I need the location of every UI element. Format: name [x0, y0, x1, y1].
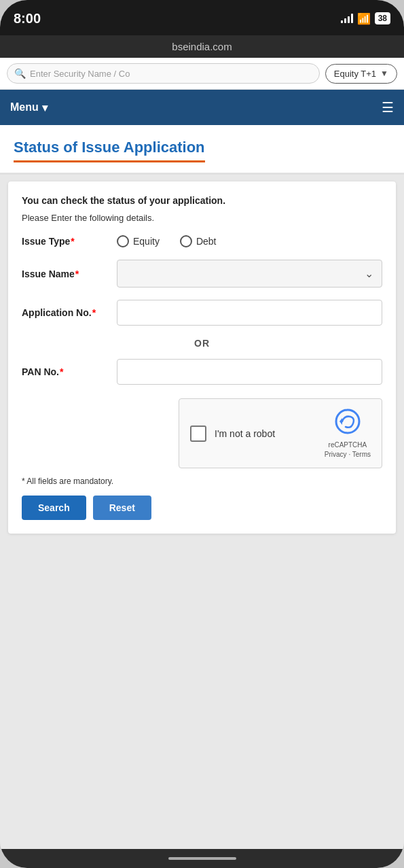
- application-no-label: Application No.*: [22, 307, 110, 318]
- form-card: You can check the status of your applica…: [8, 181, 396, 534]
- mandatory-note: * All fields are mandatory.: [22, 476, 382, 486]
- browser-bar: bseindia.com: [0, 35, 404, 58]
- equity-type-dropdown[interactable]: Equity T+1 ▼: [325, 64, 397, 84]
- recaptcha-brand-text: reCAPTCHA: [329, 440, 367, 449]
- page-title-section: Status of Issue Application: [0, 125, 404, 175]
- recaptcha-logo-icon: [335, 409, 361, 439]
- pan-no-row: PAN No.*: [22, 359, 382, 385]
- equity-radio-label: Equity: [133, 236, 160, 247]
- browser-url: bseindia.com: [172, 41, 232, 52]
- application-no-row: Application No.*: [22, 300, 382, 326]
- signal-icon: [341, 14, 353, 23]
- recaptcha-checkbox[interactable]: [190, 426, 206, 442]
- issue-name-row: Issue Name* ⌄: [22, 260, 382, 288]
- debt-radio-label: Debt: [196, 236, 217, 247]
- recaptcha-container: I'm not a robot reCAPTCHA: [22, 398, 382, 468]
- status-time: 8:00: [14, 11, 41, 27]
- application-no-input[interactable]: [117, 300, 382, 326]
- equity-radio-button[interactable]: [117, 235, 129, 247]
- recaptcha-terms-link[interactable]: Terms: [352, 451, 371, 458]
- equity-radio-option[interactable]: Equity: [117, 235, 160, 247]
- form-buttons: Search Reset: [22, 496, 382, 520]
- recaptcha-separator: ·: [347, 451, 352, 458]
- recaptcha-links: Privacy · Terms: [325, 451, 371, 458]
- security-search-container[interactable]: 🔍 Enter Security Name / Co: [7, 63, 320, 84]
- recaptcha-logo-area: reCAPTCHA Privacy · Terms: [325, 409, 371, 458]
- battery-indicator: 38: [375, 12, 390, 24]
- menu-arrow-icon: ▾: [42, 101, 48, 114]
- chevron-down-icon-2: ⌄: [365, 267, 373, 280]
- form-description: Please Enter the following details.: [22, 213, 382, 223]
- recaptcha-left: I'm not a robot: [190, 426, 275, 442]
- form-description-bold: You can check the status of your applica…: [22, 195, 382, 206]
- debt-radio-button[interactable]: [180, 235, 192, 247]
- required-star-3: *: [92, 307, 96, 318]
- or-divider: OR: [22, 338, 382, 349]
- status-bar: 8:00 📶 38: [0, 0, 404, 35]
- wifi-icon: 📶: [357, 12, 371, 25]
- required-star-2: *: [75, 268, 79, 279]
- recaptcha-label: I'm not a robot: [215, 428, 275, 439]
- issue-type-radio-group: Equity Debt: [117, 235, 382, 247]
- chevron-down-icon: ▼: [380, 69, 388, 78]
- top-search-bar: 🔍 Enter Security Name / Co Equity T+1 ▼: [0, 58, 404, 90]
- home-bar: [0, 849, 404, 868]
- recaptcha-privacy-link[interactable]: Privacy: [325, 451, 347, 458]
- equity-type-label: Equity T+1: [334, 69, 376, 79]
- svg-marker-1: [339, 418, 342, 425]
- search-icon: 🔍: [14, 68, 26, 79]
- page-title: Status of Issue Application: [14, 139, 205, 162]
- pan-input-wrapper: [117, 359, 382, 385]
- main-content: Status of Issue Application You can chec…: [0, 125, 404, 849]
- issue-type-row: Issue Type* Equity Debt: [22, 235, 382, 247]
- bottom-area: [0, 540, 404, 622]
- reset-button[interactable]: Reset: [93, 496, 151, 520]
- required-star: *: [71, 236, 74, 247]
- pan-no-input[interactable]: [117, 359, 382, 385]
- issue-name-label: Issue Name*: [22, 268, 110, 279]
- required-star-4: *: [60, 366, 63, 377]
- issue-name-dropdown[interactable]: ⌄: [117, 260, 382, 288]
- security-search-placeholder: Enter Security Name / Co: [30, 69, 130, 79]
- issue-type-label: Issue Type*: [22, 236, 110, 247]
- navigation-bar: Menu ▾ ☰: [0, 90, 404, 125]
- search-button[interactable]: Search: [22, 496, 86, 520]
- debt-radio-option[interactable]: Debt: [180, 235, 217, 247]
- menu-label: Menu: [10, 101, 39, 114]
- pan-no-label: PAN No.*: [22, 366, 110, 377]
- home-indicator: [168, 857, 236, 860]
- recaptcha-box[interactable]: I'm not a robot reCAPTCHA: [179, 398, 382, 468]
- hamburger-icon[interactable]: ☰: [382, 99, 394, 116]
- menu-button[interactable]: Menu ▾: [10, 101, 48, 114]
- status-icons: 📶 38: [341, 12, 390, 25]
